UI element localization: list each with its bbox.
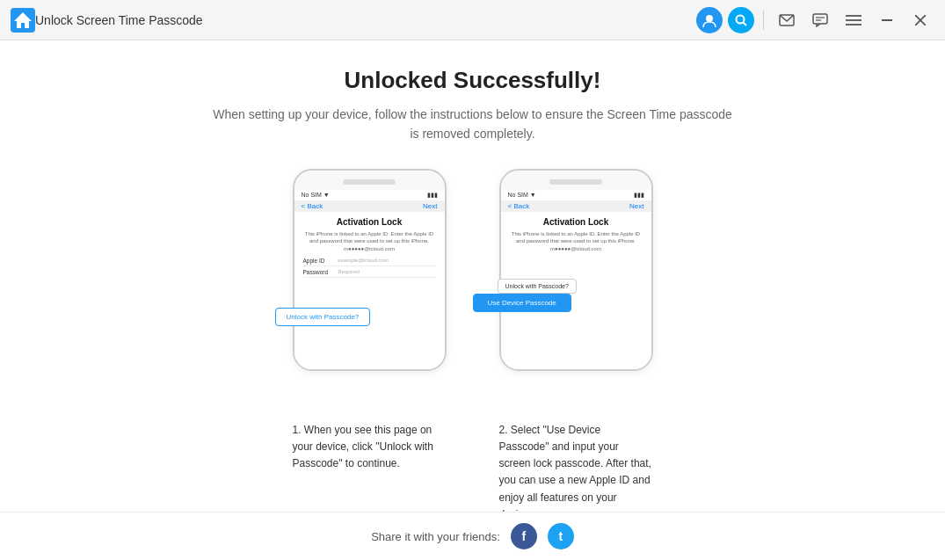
facebook-button[interactable]: f xyxy=(511,523,537,549)
step2-use-device-passcode: Use Device Passcode xyxy=(473,294,571,312)
phone-status-text: No SIM ▼ xyxy=(302,192,330,198)
chat-button[interactable] xyxy=(806,6,834,34)
step2-description: 2. Select "Use Device Passcode" and inpu… xyxy=(499,422,653,512)
phone-notch2 xyxy=(549,179,602,185)
phone-password-val: Required xyxy=(338,269,436,274)
phone-activation-lock-title: Activation Lock xyxy=(303,217,436,227)
menu-button[interactable] xyxy=(840,6,868,34)
phone-screen2: No SIM ▼ ▮▮▮ < Back Next Activation Lock… xyxy=(501,171,651,369)
phone-status-bar2: No SIM ▼ ▮▮▮ xyxy=(501,190,651,200)
main-content: Unlocked Successfully! When setting up y… xyxy=(0,40,945,512)
step1-wrap: No SIM ▼ ▮▮▮ < Back Next Activation Lock… xyxy=(293,169,447,473)
success-subtitle: When setting up your device, follow the … xyxy=(209,105,737,144)
phone-apple-id-val: example@icloud.com xyxy=(338,258,436,263)
phone-back2: < Back xyxy=(508,202,530,210)
search-button[interactable] xyxy=(728,7,754,33)
phone-password-label: Password xyxy=(303,269,338,275)
titlebar-title: Unlock Screen Time Passcode xyxy=(35,13,696,27)
phone-next: Next xyxy=(423,202,437,210)
titlebar: Unlock Screen Time Passcode xyxy=(0,0,945,40)
phone-apple-id-row: Apple ID example@icloud.com xyxy=(303,258,436,266)
phone-back: < Back xyxy=(302,202,323,210)
svg-point-2 xyxy=(706,15,713,22)
mail-button[interactable] xyxy=(773,6,801,34)
phone-screen: No SIM ▼ ▮▮▮ < Back Next Activation Lock… xyxy=(294,171,445,369)
phone-activation-desc2: This iPhone is linked to an Apple ID. En… xyxy=(510,230,643,252)
phone-nav2: < Back Next xyxy=(501,200,651,212)
close-button[interactable] xyxy=(906,6,934,34)
phone-notch xyxy=(343,179,396,185)
footer: Share it with your friends: f t xyxy=(0,512,945,560)
titlebar-actions xyxy=(696,6,934,34)
svg-line-4 xyxy=(744,22,747,25)
divider xyxy=(763,11,764,30)
step1-unlock-label: Unlock with Passcode? xyxy=(287,313,360,321)
success-title: Unlocked Successfully! xyxy=(345,67,601,94)
phone-status-text2: No SIM ▼ xyxy=(508,192,536,198)
home-icon[interactable] xyxy=(11,8,35,33)
svg-point-3 xyxy=(737,15,745,23)
phone-next2: Next xyxy=(629,202,643,210)
steps-row: No SIM ▼ ▮▮▮ < Back Next Activation Lock… xyxy=(293,169,653,512)
facebook-icon: f xyxy=(522,529,527,543)
phone-body: Activation Lock This iPhone is linked to… xyxy=(294,212,445,369)
step2-use-passcode-label: Use Device Passcode xyxy=(488,299,556,307)
phone-activation-desc: This iPhone is linked to an Apple ID. En… xyxy=(303,230,436,252)
phone-signal2: ▮▮▮ xyxy=(634,192,644,199)
step2-wrap: No SIM ▼ ▮▮▮ < Back Next Activation Lock… xyxy=(499,169,653,512)
phone-status-bar: No SIM ▼ ▮▮▮ xyxy=(294,190,445,200)
step2-phone: No SIM ▼ ▮▮▮ < Back Next Activation Lock… xyxy=(499,169,653,371)
step1-phone: No SIM ▼ ▮▮▮ < Back Next Activation Lock… xyxy=(293,169,447,371)
twitter-icon: t xyxy=(559,529,563,543)
step1-description: 1. When you see this page on your device… xyxy=(293,422,447,473)
step2-unlock-with-passcode: Unlock with Passcode? xyxy=(498,279,577,294)
phone-signal: ▮▮▮ xyxy=(427,192,438,199)
share-label: Share it with your friends: xyxy=(371,530,500,543)
user-avatar-button[interactable] xyxy=(696,7,723,33)
phone-apple-id-label: Apple ID xyxy=(303,258,338,264)
step1-unlock-popup: Unlock with Passcode? xyxy=(275,308,371,326)
twitter-button[interactable]: t xyxy=(548,523,574,549)
step2-unlock-label: Unlock with Passcode? xyxy=(505,283,569,289)
minimize-button[interactable] xyxy=(873,6,901,34)
phone-nav: < Back Next xyxy=(294,200,445,212)
svg-rect-6 xyxy=(813,14,827,24)
phone-activation-lock-title2: Activation Lock xyxy=(510,217,643,227)
phone-password-row: Password Required xyxy=(303,269,436,278)
